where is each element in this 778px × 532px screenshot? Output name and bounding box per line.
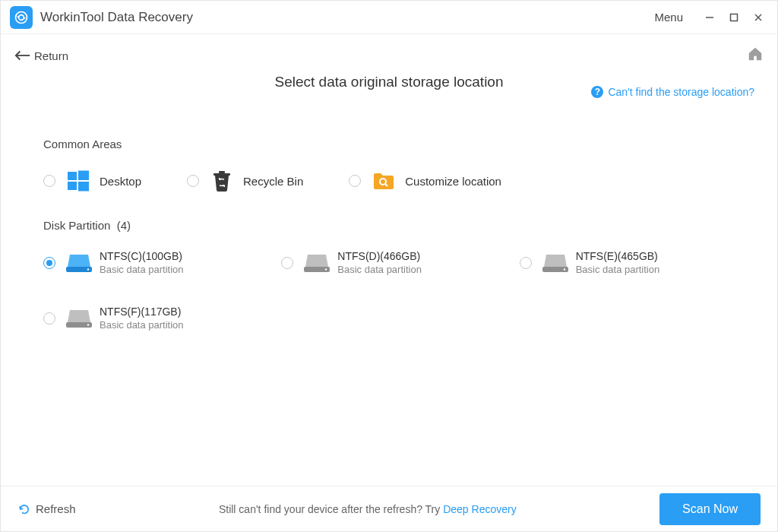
svg-point-23	[87, 324, 89, 325]
option-desktop[interactable]: Desktop	[43, 169, 141, 193]
windows-icon	[66, 169, 90, 193]
option-label: Recycle Bin	[243, 175, 303, 188]
radio-partition-c[interactable]	[43, 257, 55, 269]
partition-f[interactable]: NTFS(F)(117GB) Basic data partition	[43, 306, 258, 331]
titlebar: WorkinTool Data Recovery Menu	[1, 1, 777, 34]
drive-icon	[542, 253, 568, 273]
partition-name: NTFS(D)(466GB)	[337, 250, 422, 262]
menu-button[interactable]: Menu	[654, 11, 683, 24]
maximize-button[interactable]	[724, 8, 744, 27]
radio-partition-e[interactable]	[520, 257, 532, 269]
partition-desc: Basic data partition	[576, 264, 660, 275]
refresh-button[interactable]: Refresh	[17, 502, 76, 516]
svg-rect-11	[78, 182, 89, 192]
svg-rect-9	[78, 171, 89, 181]
partition-c[interactable]: NTFS(C)(100GB) Basic data partition	[43, 250, 258, 275]
footer: Refresh Still can't find your device aft…	[1, 486, 777, 531]
question-icon: ?	[591, 86, 603, 98]
close-button[interactable]	[748, 8, 768, 27]
partition-grid: NTFS(C)(100GB) Basic data partition NTFS…	[43, 250, 735, 331]
partition-name: NTFS(F)(117GB)	[100, 306, 184, 318]
help-link[interactable]: ? Can't find the storage location?	[591, 86, 754, 98]
svg-rect-13	[219, 171, 225, 173]
partition-name: NTFS(E)(465GB)	[576, 250, 660, 262]
partition-desc: Basic data partition	[337, 264, 422, 275]
drive-icon	[304, 253, 330, 273]
footer-hint: Still can't find your device after the r…	[76, 503, 660, 515]
return-label: Return	[34, 49, 68, 62]
trash-icon	[210, 169, 234, 193]
partition-desc: Basic data partition	[100, 264, 184, 275]
svg-rect-12	[213, 173, 230, 176]
partition-desc: Basic data partition	[100, 319, 184, 331]
svg-point-17	[87, 268, 89, 270]
drive-icon	[66, 253, 92, 273]
app-window: WorkinTool Data Recovery Menu Return Sel…	[0, 0, 778, 532]
arrow-left-icon	[14, 50, 31, 61]
radio-partition-f[interactable]	[43, 312, 55, 325]
app-logo-icon	[10, 6, 33, 29]
deep-recovery-link[interactable]: Deep Recovery	[443, 503, 517, 515]
option-customize-location[interactable]: Customize location	[349, 169, 501, 193]
radio-partition-d[interactable]	[281, 257, 293, 269]
section-common-label: Common Areas	[43, 138, 735, 150]
option-recycle-bin[interactable]: Recycle Bin	[187, 169, 303, 193]
option-label: Customize location	[405, 175, 501, 188]
content: Select data original storage location ? …	[1, 71, 777, 486]
svg-point-21	[563, 268, 565, 270]
minimize-button[interactable]	[700, 8, 719, 27]
section-disk-label: Disk Partition (4)	[43, 219, 735, 232]
common-areas-row: Desktop Recycle Bin Customize location	[43, 169, 735, 193]
partition-d[interactable]: NTFS(D)(466GB) Basic data partition	[281, 250, 496, 275]
help-link-label: Can't find the storage location?	[608, 86, 754, 98]
svg-rect-8	[68, 172, 77, 180]
refresh-label: Refresh	[36, 502, 76, 515]
home-button[interactable]	[747, 46, 764, 65]
partition-name: NTFS(C)(100GB)	[100, 250, 184, 262]
option-label: Desktop	[100, 175, 141, 188]
radio-desktop[interactable]	[43, 175, 55, 187]
drive-icon	[66, 309, 92, 328]
svg-rect-4	[731, 14, 738, 21]
partition-e[interactable]: NTFS(E)(465GB) Basic data partition	[520, 250, 735, 275]
radio-recycle-bin[interactable]	[187, 175, 199, 187]
svg-rect-10	[68, 182, 77, 190]
return-button[interactable]: Return	[14, 49, 68, 62]
scan-now-button[interactable]: Scan Now	[659, 493, 761, 525]
subheader: Return	[1, 40, 777, 71]
refresh-icon	[17, 502, 31, 516]
radio-customize[interactable]	[349, 175, 361, 187]
home-icon	[747, 46, 764, 62]
folder-search-icon	[372, 169, 396, 193]
svg-point-19	[325, 268, 327, 270]
app-title: WorkinTool Data Recovery	[40, 10, 193, 25]
